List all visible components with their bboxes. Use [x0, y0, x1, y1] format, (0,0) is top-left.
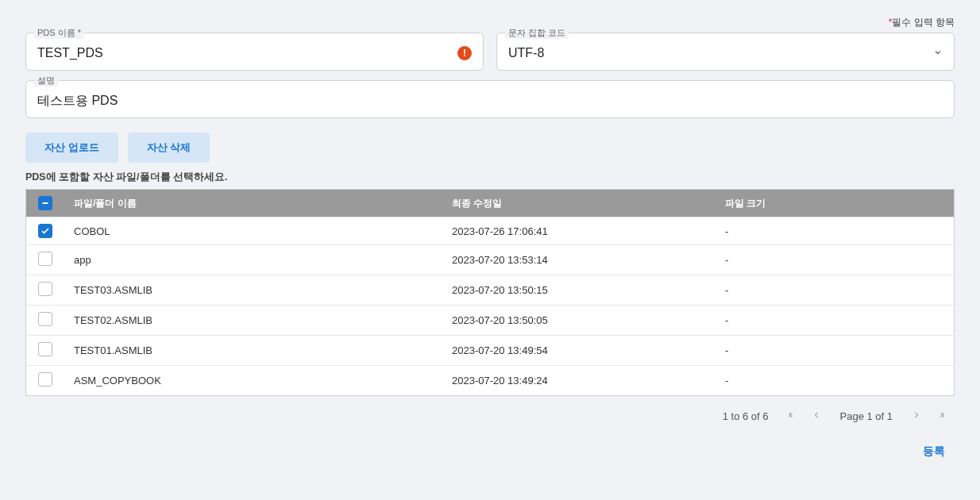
- table-row: COBOL2023-07-26 17:06:41-: [26, 217, 954, 244]
- row-file-name: COBOL: [64, 219, 442, 244]
- charset-select[interactable]: UTF-8: [508, 46, 943, 60]
- row-file-size: -: [716, 248, 954, 272]
- asset-table: 파일/폴더 이름 최종 수정일 파일 크기 COBOL2023-07-26 17…: [25, 189, 955, 396]
- row-file-name: TEST01.ASMLIB: [64, 338, 442, 363]
- page-first-icon[interactable]: [788, 410, 797, 422]
- row-modified-date: 2023-07-26 17:06:41: [442, 219, 716, 244]
- row-file-name: TEST03.ASMLIB: [64, 278, 442, 302]
- column-header-name: 파일/폴더 이름: [64, 190, 442, 217]
- row-modified-date: 2023-07-20 13:49:54: [442, 338, 716, 363]
- description-label: 설명: [34, 75, 58, 87]
- column-header-size: 파일 크기: [716, 190, 954, 217]
- row-file-name: ASM_COPYBOOK: [64, 368, 442, 393]
- row-checkbox[interactable]: [38, 372, 52, 387]
- description-field-group: 설명: [25, 80, 955, 118]
- pagination-range: 1 to 6 of 6: [723, 410, 769, 422]
- row-checkbox[interactable]: [38, 224, 52, 238]
- table-row: ASM_COPYBOOK2023-07-20 13:49:24-: [26, 365, 954, 395]
- asset-upload-button[interactable]: 자산 업로드: [25, 133, 118, 163]
- table-row: TEST01.ASMLIB2023-07-20 13:49:54-: [26, 335, 954, 365]
- pds-name-field-group: PDS 이름 * !: [25, 33, 484, 71]
- row-file-size: -: [716, 368, 954, 393]
- required-fields-notice: *필수 입력 항목: [25, 16, 955, 29]
- table-header-row: 파일/폴더 이름 최종 수정일 파일 크기: [26, 190, 954, 217]
- row-file-size: -: [716, 338, 954, 363]
- row-checkbox[interactable]: [38, 252, 52, 266]
- pds-name-label: PDS 이름 *: [34, 27, 84, 39]
- row-checkbox[interactable]: [38, 342, 52, 356]
- page-next-icon[interactable]: [912, 410, 921, 422]
- row-modified-date: 2023-07-20 13:49:24: [442, 368, 716, 393]
- row-file-size: -: [716, 278, 954, 302]
- asset-delete-button[interactable]: 자산 삭제: [128, 133, 210, 163]
- row-file-size: -: [716, 308, 954, 333]
- row-checkbox[interactable]: [38, 282, 52, 296]
- pagination: 1 to 6 of 6 Page 1 of 1: [25, 396, 955, 425]
- description-input[interactable]: [37, 94, 943, 108]
- page-last-icon[interactable]: [936, 410, 945, 422]
- charset-label: 문자 집합 코드: [505, 27, 569, 39]
- chevron-down-icon: [933, 48, 943, 60]
- pds-name-input[interactable]: [37, 46, 457, 60]
- row-modified-date: 2023-07-20 13:50:05: [442, 308, 716, 333]
- column-header-date: 최종 수정일: [442, 190, 716, 217]
- row-file-size: -: [716, 219, 954, 244]
- row-modified-date: 2023-07-20 13:50:15: [442, 278, 716, 302]
- charset-value: UTF-8: [508, 46, 544, 60]
- select-all-checkbox[interactable]: [38, 196, 52, 210]
- table-row: TEST03.ASMLIB2023-07-20 13:50:15-: [26, 275, 954, 305]
- helper-text: PDS에 포함할 자산 파일/폴더를 선택하세요.: [25, 171, 955, 184]
- table-row: TEST02.ASMLIB2023-07-20 13:50:05-: [26, 305, 954, 335]
- submit-button[interactable]: 등록: [923, 444, 945, 459]
- row-file-name: app: [64, 248, 442, 272]
- row-modified-date: 2023-07-20 13:53:14: [442, 248, 716, 272]
- pagination-page: Page 1 of 1: [840, 410, 893, 422]
- row-checkbox[interactable]: [38, 312, 52, 326]
- charset-field-group: 문자 집합 코드 UTF-8: [496, 33, 955, 71]
- row-file-name: TEST02.ASMLIB: [64, 308, 442, 333]
- error-icon: !: [457, 46, 472, 60]
- table-row: app2023-07-20 13:53:14-: [26, 244, 954, 275]
- page-prev-icon[interactable]: [812, 410, 821, 422]
